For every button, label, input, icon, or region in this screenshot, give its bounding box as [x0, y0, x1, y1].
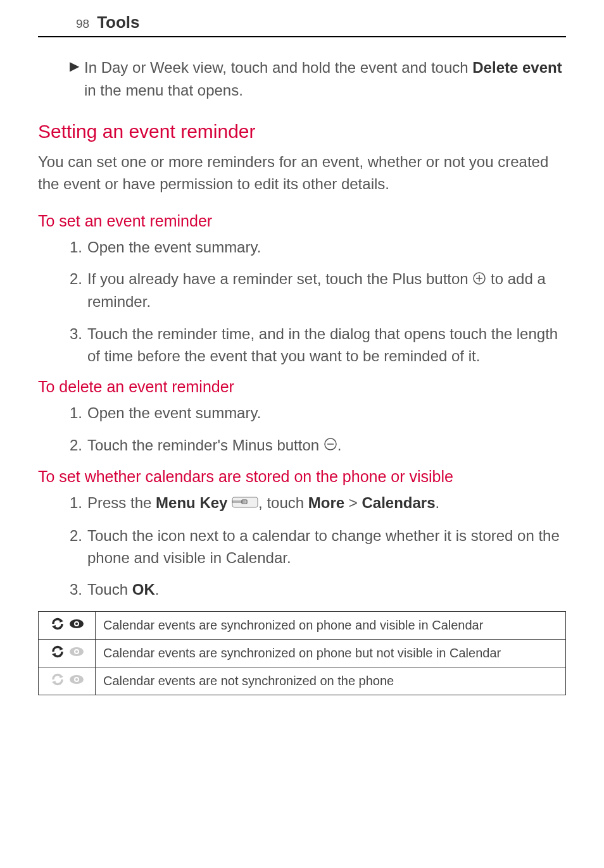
step-text: Open the event summary.: [87, 402, 566, 425]
svg-point-17: [75, 650, 78, 653]
bullet-delete-event: ▶ In Day or Week view, touch and hold th…: [70, 56, 566, 102]
page-number: 98: [76, 17, 89, 31]
section-title: Tools: [97, 13, 139, 32]
step-number: 1.: [70, 492, 87, 515]
plus-circle-icon: [472, 270, 486, 292]
step-delete-1: 1. Open the event summary.: [70, 402, 566, 425]
step-cal-3: 3. Touch OK.: [70, 579, 566, 601]
sync-disabled-icon: [49, 671, 66, 691]
table-row: Calendar events are synchronized on phon…: [39, 640, 566, 667]
table-cell-desc: Calendar events are synchronized on phon…: [96, 612, 566, 640]
eye-visible-icon: [68, 617, 85, 633]
step-cal-1: 1. Press the Menu Key , touch More > Cal…: [70, 492, 566, 515]
step-number: 3.: [70, 323, 87, 368]
bullet-text: In Day or Week view, touch and hold the …: [84, 56, 566, 102]
heading-setting-reminder: Setting an event reminder: [38, 121, 566, 142]
svg-marker-19: [52, 681, 56, 685]
svg-point-12: [75, 623, 78, 625]
page-content: ▶ In Day or Week view, touch and hold th…: [0, 37, 604, 695]
table-cell-desc: Calendar events are synchronized on phon…: [96, 640, 566, 667]
sync-icon: [49, 616, 66, 635]
step-text: Touch the reminder time, and in the dial…: [87, 323, 566, 368]
nosync-hidden-icon-cell: [39, 667, 96, 695]
step-number: 2.: [70, 268, 87, 313]
sync-hidden-icon-cell: [39, 640, 96, 667]
step-number: 1.: [70, 237, 87, 259]
svg-point-22: [75, 678, 78, 681]
step-set-1: 1. Open the event summary.: [70, 237, 566, 259]
svg-marker-8: [60, 619, 63, 623]
calendar-sync-table: Calendar events are synchronized on phon…: [38, 611, 566, 695]
step-delete-2: 2. Touch the reminder's Minus button .: [70, 435, 566, 457]
svg-marker-18: [60, 674, 63, 678]
eye-hidden-icon: [68, 645, 85, 661]
step-text: Press the Menu Key , touch More > Calend…: [87, 492, 566, 515]
menu-key-icon: [232, 493, 258, 515]
step-number: 1.: [70, 402, 87, 425]
heading-set-reminder: To set an event reminder: [38, 212, 566, 230]
svg-marker-9: [52, 625, 56, 629]
minus-circle-icon: [324, 435, 337, 457]
table-row: Calendar events are not synchronized on …: [39, 667, 566, 695]
step-number: 3.: [70, 579, 87, 601]
table-row: Calendar events are synchronized on phon…: [39, 612, 566, 640]
heading-calendars-storage: To set whether calendars are stored on t…: [38, 468, 566, 486]
table-cell-desc: Calendar events are not synchronized on …: [96, 667, 566, 695]
step-number: 2.: [70, 525, 87, 569]
step-text: Open the event summary.: [87, 237, 566, 259]
triangle-bullet-icon: ▶: [70, 56, 79, 102]
step-number: 2.: [70, 435, 87, 457]
step-text: Touch the icon next to a calendar to cha…: [87, 525, 566, 569]
sync-icon: [49, 643, 66, 663]
svg-marker-13: [60, 647, 63, 650]
step-set-3: 3. Touch the reminder time, and in the d…: [70, 323, 566, 368]
step-set-2: 2. If you already have a reminder set, t…: [70, 268, 566, 313]
step-text: Touch the reminder's Minus button .: [87, 435, 566, 457]
sync-visible-icon-cell: [39, 612, 96, 640]
step-text: If you already have a reminder set, touc…: [87, 268, 566, 313]
step-cal-2: 2. Touch the icon next to a calendar to …: [70, 525, 566, 569]
intro-text: You can set one or more reminders for an…: [38, 151, 566, 195]
heading-delete-reminder: To delete an event reminder: [38, 378, 566, 396]
eye-hidden-icon: [68, 673, 85, 689]
svg-marker-14: [52, 653, 56, 657]
step-text: Touch OK.: [87, 579, 566, 601]
page-header: 98 Tools: [38, 0, 566, 37]
